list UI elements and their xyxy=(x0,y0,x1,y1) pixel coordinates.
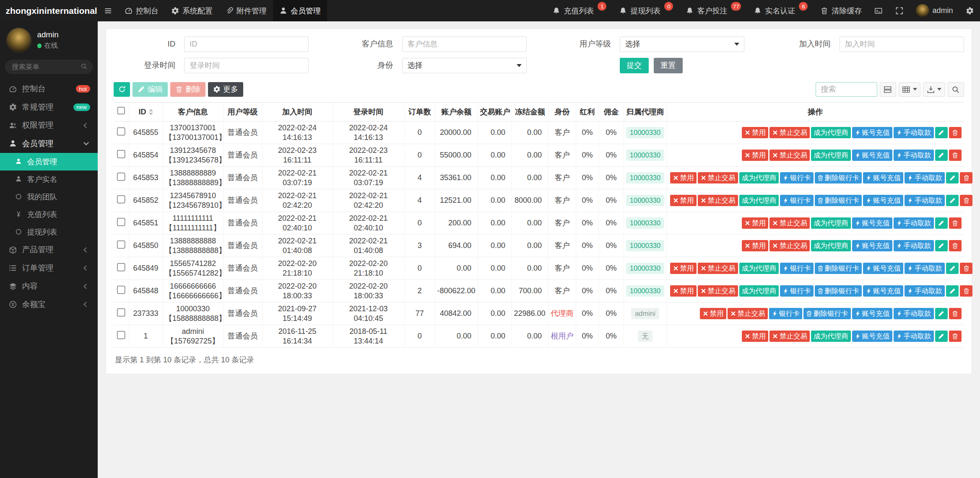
op-disable-button[interactable]: 禁用 xyxy=(670,285,697,297)
row-checkbox[interactable] xyxy=(117,263,125,271)
op-disable-button[interactable]: 禁用 xyxy=(670,263,697,274)
op-make_agent-button[interactable]: 成为代理商 xyxy=(739,172,779,183)
row-checkbox[interactable] xyxy=(117,195,125,204)
sidebar-item-general[interactable]: 常规管理 new xyxy=(0,98,98,116)
op-recharge-button[interactable]: 账号充值 xyxy=(863,285,903,297)
export-button[interactable] xyxy=(923,82,945,97)
op-edit-button[interactable] xyxy=(935,331,948,342)
op-del_bank_card-button[interactable]: 删除银行卡 xyxy=(815,172,862,183)
sidebar-item-products[interactable]: 产品管理 xyxy=(0,241,98,259)
op-edit-button[interactable] xyxy=(946,195,959,206)
op-make_agent-button[interactable]: 成为代理商 xyxy=(811,331,851,342)
op-withdraw-button[interactable]: 手动取款 xyxy=(894,308,934,319)
search-submit-button[interactable] xyxy=(948,82,964,97)
op-make_agent-button[interactable]: 成为代理商 xyxy=(739,195,779,206)
console-button[interactable] xyxy=(868,0,889,21)
op-recharge-button[interactable]: 账号充值 xyxy=(852,217,892,229)
op-no_trade-button[interactable]: 禁止交易 xyxy=(728,308,768,319)
op-edit-button[interactable] xyxy=(946,285,959,297)
op-withdraw-button[interactable]: 手动取款 xyxy=(894,217,934,229)
edit-button[interactable]: 编辑 xyxy=(133,82,168,97)
sidebar-toggle-button[interactable] xyxy=(98,0,119,21)
sidebar-item-members[interactable]: 会员管理 xyxy=(0,134,98,153)
op-withdraw-button[interactable]: 手动取款 xyxy=(905,285,945,297)
op-recharge-button[interactable]: 账号充值 xyxy=(852,127,892,138)
op-recharge-button[interactable]: 账号充值 xyxy=(863,172,903,183)
op-make_agent-button[interactable]: 成为代理商 xyxy=(811,150,851,161)
delete-button[interactable]: 删除 xyxy=(170,82,205,97)
op-bank_card-button[interactable]: 银行卡 xyxy=(780,263,814,274)
notif-withdraw-list[interactable]: 提现列表 0 xyxy=(613,0,679,21)
op-delete-button[interactable] xyxy=(960,172,972,183)
op-no_trade-button[interactable]: 禁止交易 xyxy=(769,150,810,161)
op-withdraw-button[interactable]: 手动取款 xyxy=(894,240,934,251)
topnav-item-members[interactable]: 会员管理 xyxy=(273,0,327,21)
sidebar-item-permissions[interactable]: 权限管理 xyxy=(0,116,98,135)
filter-select-identity[interactable]: 选择 xyxy=(402,58,527,74)
row-checkbox[interactable] xyxy=(117,308,125,317)
op-disable-button[interactable]: 禁用 xyxy=(742,150,768,161)
select-all-checkbox[interactable] xyxy=(117,107,125,115)
op-bank_card-button[interactable]: 银行卡 xyxy=(780,285,814,297)
op-no_trade-button[interactable]: 禁止交易 xyxy=(698,285,738,297)
op-delete-button[interactable] xyxy=(960,263,972,274)
op-recharge-button[interactable]: 账号充值 xyxy=(852,331,892,342)
topnav-item-dashboard[interactable]: 控制台 xyxy=(118,0,165,21)
op-disable-button[interactable]: 禁用 xyxy=(742,240,768,251)
op-recharge-button[interactable]: 账号充值 xyxy=(863,195,903,206)
filter-input-id[interactable] xyxy=(184,36,309,52)
topnav-item-attachments[interactable]: 附件管理 xyxy=(219,0,273,21)
sidebar-item-dashboard[interactable]: 控制台 hot xyxy=(0,80,98,98)
op-edit-button[interactable] xyxy=(946,263,959,274)
op-recharge-button[interactable]: 账号充值 xyxy=(852,240,892,251)
op-no_trade-button[interactable]: 禁止交易 xyxy=(769,240,810,251)
op-delete-button[interactable] xyxy=(949,308,962,319)
op-make_agent-button[interactable]: 成为代理商 xyxy=(739,263,779,274)
op-delete-button[interactable] xyxy=(960,285,972,297)
op-edit-button[interactable] xyxy=(935,150,948,161)
refresh-button[interactable] xyxy=(114,82,130,97)
op-disable-button[interactable]: 禁用 xyxy=(700,308,726,319)
op-bank_card-button[interactable]: 银行卡 xyxy=(780,172,814,183)
op-withdraw-button[interactable]: 手动取款 xyxy=(894,150,934,161)
op-del_bank_card-button[interactable]: 删除银行卡 xyxy=(803,308,851,319)
clear-cache-button[interactable]: 清除缓存 xyxy=(814,0,868,21)
topnav-user-menu[interactable]: admin xyxy=(910,0,959,21)
row-checkbox[interactable] xyxy=(117,331,125,339)
op-no_trade-button[interactable]: 禁止交易 xyxy=(769,217,810,229)
op-delete-button[interactable] xyxy=(949,150,962,161)
op-make_agent-button[interactable]: 成为代理商 xyxy=(811,240,851,251)
op-recharge-button[interactable]: 账号充值 xyxy=(852,308,892,319)
op-del_bank_card-button[interactable]: 删除银行卡 xyxy=(815,263,862,274)
more-button[interactable]: 更多 xyxy=(208,82,243,97)
op-no_trade-button[interactable]: 禁止交易 xyxy=(698,263,738,274)
op-edit-button[interactable] xyxy=(935,240,948,251)
settings-button[interactable] xyxy=(959,0,980,21)
op-no_trade-button[interactable]: 禁止交易 xyxy=(698,195,738,206)
op-disable-button[interactable]: 禁用 xyxy=(742,127,768,138)
op-disable-button[interactable]: 禁用 xyxy=(670,172,697,183)
filter-input-join-time[interactable] xyxy=(840,36,964,52)
op-delete-button[interactable] xyxy=(949,331,962,342)
op-del_bank_card-button[interactable]: 删除银行卡 xyxy=(815,195,862,206)
row-checkbox[interactable] xyxy=(117,286,125,294)
row-checkbox[interactable] xyxy=(117,150,125,158)
filter-input-customer[interactable] xyxy=(402,36,527,52)
op-delete-button[interactable] xyxy=(960,195,972,206)
op-no_trade-button[interactable]: 禁止交易 xyxy=(769,331,810,342)
brand-title[interactable]: zhongxininternational xyxy=(0,0,98,21)
row-checkbox[interactable] xyxy=(117,218,125,226)
sidebar-subitem-recharge-list[interactable]: 充值列表 xyxy=(0,206,98,223)
sidebar-item-yuebao[interactable]: 余额宝 xyxy=(0,295,98,314)
op-recharge-button[interactable]: 账号充值 xyxy=(852,150,892,161)
op-make_agent-button[interactable]: 成为代理商 xyxy=(811,217,851,229)
op-delete-button[interactable] xyxy=(949,240,962,251)
op-withdraw-button[interactable]: 手动取款 xyxy=(905,172,945,183)
op-disable-button[interactable]: 禁用 xyxy=(742,217,768,229)
op-bank_card-button[interactable]: 银行卡 xyxy=(769,308,803,319)
filter-select-user-level[interactable]: 选择 xyxy=(620,36,744,52)
sidebar-subitem-customer-real-name[interactable]: 客户实名 xyxy=(0,171,98,188)
row-checkbox[interactable] xyxy=(117,127,125,136)
row-checkbox[interactable] xyxy=(117,173,125,181)
op-no_trade-button[interactable]: 禁止交易 xyxy=(698,172,738,183)
